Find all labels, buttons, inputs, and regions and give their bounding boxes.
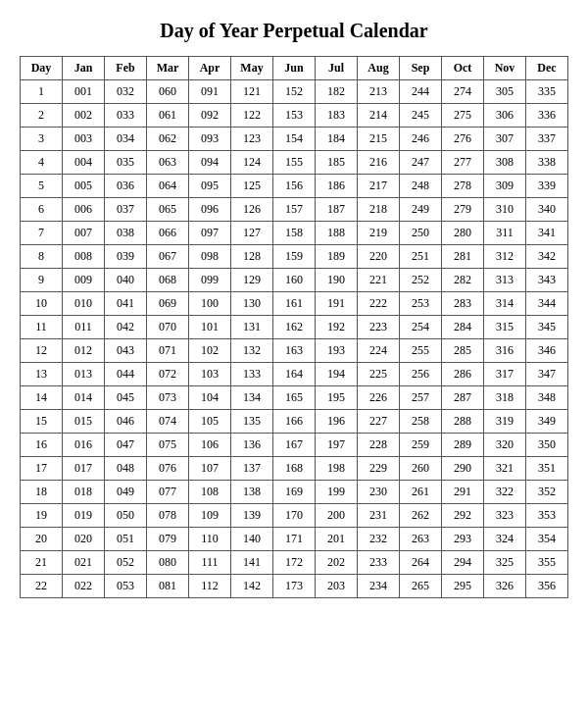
column-header-apr: Apr xyxy=(189,57,231,80)
table-row: 17017048076107137168198229260290321351 xyxy=(21,457,568,481)
day-value: 159 xyxy=(273,245,316,269)
day-value: 225 xyxy=(358,363,400,386)
day-value: 340 xyxy=(526,198,568,222)
day-value: 285 xyxy=(442,339,484,363)
day-value: 007 xyxy=(63,222,105,245)
day-value: 045 xyxy=(105,386,147,410)
day-value: 076 xyxy=(147,457,189,481)
day-number: 21 xyxy=(21,551,63,575)
day-value: 051 xyxy=(105,528,147,551)
day-value: 355 xyxy=(526,551,568,575)
day-value: 191 xyxy=(316,292,358,316)
day-value: 314 xyxy=(484,292,526,316)
day-value: 155 xyxy=(273,151,316,175)
day-value: 215 xyxy=(358,128,400,151)
day-value: 306 xyxy=(484,104,526,128)
day-value: 006 xyxy=(63,198,105,222)
day-value: 342 xyxy=(526,245,568,269)
day-value: 246 xyxy=(400,128,442,151)
day-value: 353 xyxy=(526,504,568,528)
table-row: 18018049077108138169199230261291322352 xyxy=(21,481,568,504)
day-value: 105 xyxy=(189,410,231,434)
table-row: 16016047075106136167197228259289320350 xyxy=(21,434,568,457)
day-number: 2 xyxy=(21,104,63,128)
column-header-oct: Oct xyxy=(442,57,484,80)
day-value: 157 xyxy=(273,198,316,222)
day-number: 16 xyxy=(21,434,63,457)
day-value: 009 xyxy=(63,269,105,292)
header-row: DayJanFebMarAprMayJunJulAugSepOctNovDec xyxy=(21,57,568,80)
day-value: 077 xyxy=(147,481,189,504)
day-value: 164 xyxy=(273,363,316,386)
day-value: 071 xyxy=(147,339,189,363)
day-value: 134 xyxy=(231,386,273,410)
day-value: 185 xyxy=(316,151,358,175)
day-value: 047 xyxy=(105,434,147,457)
day-value: 259 xyxy=(400,434,442,457)
table-row: 20020051079110140171201232263293324354 xyxy=(21,528,568,551)
day-value: 161 xyxy=(273,292,316,316)
day-value: 305 xyxy=(484,80,526,104)
day-value: 126 xyxy=(231,198,273,222)
day-value: 106 xyxy=(189,434,231,457)
day-value: 184 xyxy=(316,128,358,151)
day-value: 260 xyxy=(400,457,442,481)
day-value: 192 xyxy=(316,316,358,339)
day-value: 073 xyxy=(147,386,189,410)
day-value: 107 xyxy=(189,457,231,481)
day-value: 224 xyxy=(358,339,400,363)
table-row: 14014045073104134165195226257287318348 xyxy=(21,386,568,410)
day-value: 317 xyxy=(484,363,526,386)
day-value: 307 xyxy=(484,128,526,151)
day-value: 217 xyxy=(358,175,400,198)
day-value: 069 xyxy=(147,292,189,316)
day-value: 052 xyxy=(105,551,147,575)
day-value: 214 xyxy=(358,104,400,128)
day-value: 283 xyxy=(442,292,484,316)
day-value: 121 xyxy=(231,80,273,104)
table-row: 1001032060091121152182213244274305335 xyxy=(21,80,568,104)
table-row: 22022053081112142173203234265295326356 xyxy=(21,575,568,598)
day-value: 280 xyxy=(442,222,484,245)
day-value: 093 xyxy=(189,128,231,151)
day-number: 11 xyxy=(21,316,63,339)
day-value: 309 xyxy=(484,175,526,198)
day-number: 17 xyxy=(21,457,63,481)
day-number: 5 xyxy=(21,175,63,198)
day-value: 163 xyxy=(273,339,316,363)
day-value: 095 xyxy=(189,175,231,198)
day-value: 001 xyxy=(63,80,105,104)
day-value: 112 xyxy=(189,575,231,598)
day-value: 344 xyxy=(526,292,568,316)
day-value: 213 xyxy=(358,80,400,104)
day-value: 173 xyxy=(273,575,316,598)
day-value: 198 xyxy=(316,457,358,481)
page-title: Day of Year Perpetual Calendar xyxy=(20,20,568,42)
table-row: 9009040068099129160190221252282313343 xyxy=(21,269,568,292)
day-value: 218 xyxy=(358,198,400,222)
day-number: 3 xyxy=(21,128,63,151)
day-value: 064 xyxy=(147,175,189,198)
day-value: 292 xyxy=(442,504,484,528)
day-value: 249 xyxy=(400,198,442,222)
calendar-table: DayJanFebMarAprMayJunJulAugSepOctNovDec … xyxy=(20,56,568,598)
day-value: 125 xyxy=(231,175,273,198)
day-value: 136 xyxy=(231,434,273,457)
day-value: 042 xyxy=(105,316,147,339)
day-value: 022 xyxy=(63,575,105,598)
day-value: 160 xyxy=(273,269,316,292)
day-value: 068 xyxy=(147,269,189,292)
day-value: 356 xyxy=(526,575,568,598)
day-value: 066 xyxy=(147,222,189,245)
column-header-sep: Sep xyxy=(400,57,442,80)
table-row: 10010041069100130161191222253283314344 xyxy=(21,292,568,316)
table-row: 4004035063094124155185216247277308338 xyxy=(21,151,568,175)
day-value: 277 xyxy=(442,151,484,175)
day-value: 063 xyxy=(147,151,189,175)
day-value: 195 xyxy=(316,386,358,410)
day-value: 319 xyxy=(484,410,526,434)
day-value: 102 xyxy=(189,339,231,363)
day-value: 228 xyxy=(358,434,400,457)
day-value: 109 xyxy=(189,504,231,528)
day-value: 182 xyxy=(316,80,358,104)
